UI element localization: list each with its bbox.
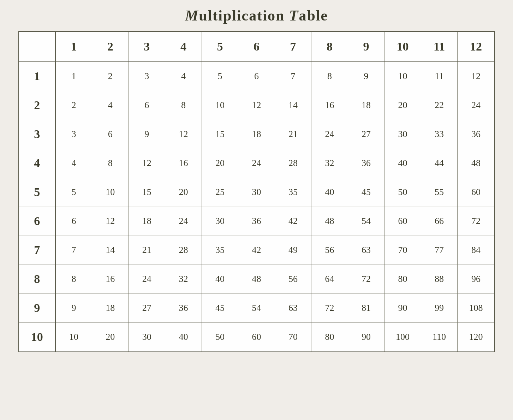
cell-7-10: 70: [384, 236, 421, 265]
table-row: 10102030405060708090100110120: [19, 323, 494, 351]
cell-8-3: 24: [129, 265, 165, 294]
cell-9-6: 54: [238, 294, 275, 323]
cell-5-6: 30: [238, 178, 275, 207]
cell-8-9: 72: [348, 265, 384, 294]
cell-3-4: 12: [165, 120, 202, 149]
title-rest: ultiplication Table: [199, 7, 328, 24]
cell-10-11: 110: [421, 323, 458, 351]
cell-10-2: 20: [92, 323, 129, 351]
cell-6-8: 48: [311, 207, 348, 236]
cell-2-12: 24: [458, 91, 494, 120]
cell-8-7: 56: [275, 265, 311, 294]
cell-2-8: 16: [311, 91, 348, 120]
cell-1-4: 4: [165, 62, 202, 91]
cell-3-2: 6: [92, 120, 129, 149]
cell-2-6: 12: [238, 91, 275, 120]
cell-5-4: 20: [165, 178, 202, 207]
cell-10-10: 100: [384, 323, 421, 351]
cell-8-12: 96: [458, 265, 494, 294]
cell-9-2: 18: [92, 294, 129, 323]
row-header-8: 8: [19, 265, 56, 294]
cell-1-1: 1: [55, 62, 92, 91]
cell-6-6: 36: [238, 207, 275, 236]
row-header-4: 4: [19, 149, 56, 178]
cell-5-9: 45: [348, 178, 384, 207]
cell-9-12: 108: [458, 294, 494, 323]
table-row: 1123456789101112: [19, 62, 494, 91]
cell-3-10: 30: [384, 120, 421, 149]
cell-9-7: 63: [275, 294, 311, 323]
cell-10-12: 120: [458, 323, 494, 351]
cell-7-2: 14: [92, 236, 129, 265]
cell-2-3: 6: [129, 91, 165, 120]
cell-8-8: 64: [311, 265, 348, 294]
cell-9-10: 90: [384, 294, 421, 323]
cell-4-10: 40: [384, 149, 421, 178]
cell-5-2: 10: [92, 178, 129, 207]
multiplication-table: 1234567891011121123456789101112224681012…: [19, 32, 494, 351]
row-header-6: 6: [19, 207, 56, 236]
cell-1-2: 2: [92, 62, 129, 91]
cell-2-7: 14: [275, 91, 311, 120]
cell-7-1: 7: [55, 236, 92, 265]
cell-6-1: 6: [55, 207, 92, 236]
cell-6-12: 72: [458, 207, 494, 236]
cell-7-5: 35: [202, 236, 238, 265]
row-header-5: 5: [19, 178, 56, 207]
row-header-3: 3: [19, 120, 56, 149]
cell-6-5: 30: [202, 207, 238, 236]
cell-4-2: 8: [92, 149, 129, 178]
row-header-1: 1: [19, 62, 56, 91]
cell-1-8: 8: [311, 62, 348, 91]
cell-8-5: 40: [202, 265, 238, 294]
cell-9-11: 99: [421, 294, 458, 323]
col-header-12: 12: [458, 32, 494, 62]
cell-4-7: 28: [275, 149, 311, 178]
cell-2-2: 4: [92, 91, 129, 120]
cell-10-9: 90: [348, 323, 384, 351]
cell-3-11: 33: [421, 120, 458, 149]
col-header-2: 2: [92, 32, 129, 62]
cell-6-9: 54: [348, 207, 384, 236]
col-header-4: 4: [165, 32, 202, 62]
col-header-5: 5: [202, 32, 238, 62]
row-header-7: 7: [19, 236, 56, 265]
col-header-3: 3: [129, 32, 165, 62]
cell-10-8: 80: [311, 323, 348, 351]
col-header-10: 10: [384, 32, 421, 62]
table-row: 3369121518212427303336: [19, 120, 494, 149]
cell-6-10: 60: [384, 207, 421, 236]
cell-2-11: 22: [421, 91, 458, 120]
cell-3-8: 24: [311, 120, 348, 149]
cell-5-11: 55: [421, 178, 458, 207]
cell-9-5: 45: [202, 294, 238, 323]
cell-9-3: 27: [129, 294, 165, 323]
col-header-11: 11: [421, 32, 458, 62]
table-row: 881624324048566472808896: [19, 265, 494, 294]
cell-7-6: 42: [238, 236, 275, 265]
cell-3-12: 36: [458, 120, 494, 149]
cell-8-1: 8: [55, 265, 92, 294]
table-row: 551015202530354045505560: [19, 178, 494, 207]
cell-5-5: 25: [202, 178, 238, 207]
cell-4-12: 48: [458, 149, 494, 178]
cell-4-11: 44: [421, 149, 458, 178]
col-header-6: 6: [238, 32, 275, 62]
cell-1-6: 6: [238, 62, 275, 91]
cell-8-2: 16: [92, 265, 129, 294]
cell-10-1: 10: [55, 323, 92, 351]
cell-6-4: 24: [165, 207, 202, 236]
cell-2-1: 2: [55, 91, 92, 120]
cell-10-3: 30: [129, 323, 165, 351]
table-row: 771421283542495663707784: [19, 236, 494, 265]
cell-5-8: 40: [311, 178, 348, 207]
cell-3-6: 18: [238, 120, 275, 149]
cell-8-4: 32: [165, 265, 202, 294]
cell-4-4: 16: [165, 149, 202, 178]
cell-7-12: 84: [458, 236, 494, 265]
cell-9-1: 9: [55, 294, 92, 323]
cell-4-8: 32: [311, 149, 348, 178]
title-first-letter: M: [185, 7, 199, 24]
cell-4-5: 20: [202, 149, 238, 178]
cell-2-4: 8: [165, 91, 202, 120]
